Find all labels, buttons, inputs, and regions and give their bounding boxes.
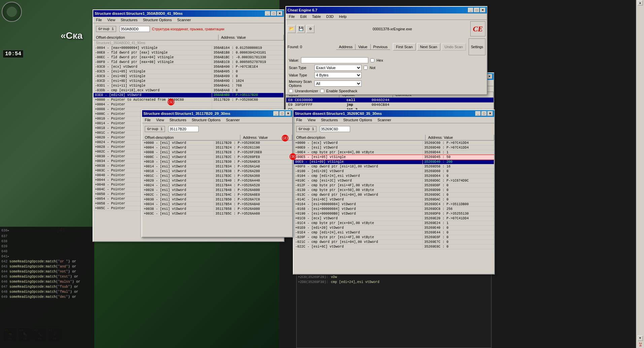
struct-win2-menu-structures[interactable]: Structures bbox=[168, 118, 188, 122]
struct3-row-17[interactable]: -01C4 - cmp byte ptr [ecx+04],00 vtByte3… bbox=[294, 221, 494, 226]
struct1-row-5[interactable]: -03C5 - [esi+05] vtSingle350AB495 : 0 bbox=[94, 69, 284, 74]
ce-main-minimize[interactable]: _ bbox=[468, 8, 473, 12]
struct1-row-3[interactable]: -00F0 - fld dword ptr [eax+08] vtSingle3… bbox=[94, 60, 284, 65]
struct3-row-1[interactable]: +00E0 - [esi] vtDword35269D40 : P->07C41… bbox=[294, 146, 494, 150]
struct1-row-1[interactable]: -00E8 - fld dword ptr [eax] vtSingle350A… bbox=[94, 51, 284, 55]
struct2-row-11[interactable]: +002C - [esi] vtDword35117B4C : P->3526A… bbox=[142, 193, 292, 197]
struct-win3-menu-view[interactable]: View bbox=[306, 118, 317, 122]
struct-win2-menu-file[interactable]: File bbox=[143, 118, 152, 122]
struct-win3-menu-file[interactable]: File bbox=[295, 118, 304, 122]
struct2-row-0[interactable]: +0000 - [esi] vtDword35117B20 : P->35269… bbox=[142, 141, 292, 146]
struct-win2-close[interactable]: ✕ bbox=[285, 111, 291, 116]
struct2-row-14[interactable]: +0038 - [esi] vtDword35117B58 : P->3526A… bbox=[142, 207, 292, 212]
struct-win2-menu-scanner[interactable]: Scanner bbox=[225, 118, 241, 122]
struct3-row-2[interactable]: -00E4 - cmp byte ptr [ecx+04],00 vtByte3… bbox=[294, 150, 494, 155]
struct-win1-close[interactable]: ✕ bbox=[277, 11, 282, 16]
struct-win2-menu-options[interactable]: Structure Options bbox=[191, 118, 222, 122]
struct-win3-minimize[interactable]: _ bbox=[475, 111, 481, 116]
struct1-row-6[interactable]: -03C9 - [esi+09] vtSingle350AB499 : 0 bbox=[94, 74, 284, 79]
struct3-row-4[interactable]: 00E9 - [esi+09] vtSingle35269D49 : 200 bbox=[294, 160, 494, 164]
struct2-row-8[interactable]: +0020 - [esi] vtDword35117B40 : P->3526A… bbox=[142, 179, 292, 183]
struct1-row-10[interactable]: 03E0 - [edi+20] vtDword350AB4B0 : P->351… bbox=[94, 93, 284, 98]
struct3-row-19[interactable]: -01E4 - cmp [edi+24],esi vtDword35269E44… bbox=[294, 230, 494, 235]
struct3-row-10[interactable]: -0130 - cmp byte ptr [ecx+50],00 vtByte3… bbox=[294, 188, 494, 193]
struct2-row-12[interactable]: +0030 - [esi] vtDword35117B50 : P->3526A… bbox=[142, 197, 292, 202]
struct-win1-menu-options[interactable]: Structure Options bbox=[142, 18, 173, 22]
struct3-row-11[interactable]: -013C - cmp dword ptr [esi+04],00 vtDwor… bbox=[294, 193, 494, 197]
struct3-row-6[interactable]: -0100 - [edi+20] vtDword35269D60 : 0 bbox=[294, 169, 494, 174]
settings-button[interactable]: Settings bbox=[469, 38, 485, 55]
struct3-row-7[interactable]: -0104 - cmp [edi+24],esi vtDword35269D64… bbox=[294, 174, 494, 179]
ce-menu-help[interactable]: Help bbox=[338, 14, 348, 19]
struct-win1-menu-structures[interactable]: Structures bbox=[119, 18, 139, 22]
struct-win1-address-input[interactable] bbox=[120, 26, 150, 32]
struct-win3-menu-structures[interactable]: Structures bbox=[319, 118, 339, 122]
struct2-row-10[interactable]: +0028 - [esi] vtDword35117B48 : P->3526A… bbox=[142, 188, 292, 193]
ce-menu-table[interactable]: Table bbox=[311, 14, 322, 19]
ce-memscan-select[interactable]: All bbox=[314, 81, 362, 87]
ce-valuetype-select[interactable]: 4 Bytes bbox=[314, 72, 362, 78]
main-scrollbar[interactable]: ▲ ▼ 24 bbox=[636, 0, 644, 348]
struct-win3-menu-options[interactable]: Structure Options bbox=[342, 118, 374, 122]
first-scan-button[interactable]: First Scan bbox=[393, 43, 416, 51]
struct3-row-20[interactable]: -020F - cmp byte ptr [esi+4F],00 vtByte3… bbox=[294, 235, 494, 240]
struct-win3-close[interactable]: ✕ bbox=[487, 111, 493, 116]
struct2-row-1[interactable]: +0004 - [esi] vtDword35117B24 : P->35261… bbox=[142, 146, 292, 150]
struct3-row-14[interactable]: -0168 - [esi+00000084] vtDword35269DC8 :… bbox=[294, 207, 494, 212]
next-scan-button[interactable]: Next Scan bbox=[417, 43, 440, 51]
struct3-row-12[interactable]: -014C - [esi+6C] vtDword35269DAC : 0 bbox=[294, 197, 494, 202]
struct3-row-8[interactable]: +010C - cmp [esi+2C] vtDword35269D6C : P… bbox=[294, 179, 494, 183]
struct-win2-minimize[interactable]: _ bbox=[273, 111, 279, 116]
ce-toolbar-open-icon[interactable]: 📂 bbox=[287, 25, 296, 33]
ce-speedhack-checkbox[interactable] bbox=[320, 89, 324, 93]
struct1-row-2[interactable]: -00EC - fld dword ptr [eax+04] vtSingle3… bbox=[94, 55, 284, 60]
struct-win3-maximize[interactable]: □ bbox=[481, 111, 487, 116]
ce-menu-file[interactable]: File bbox=[287, 14, 296, 19]
struct3-row-15[interactable]: +0190 - [esi+000000B0] vtDword35269DF0 :… bbox=[294, 212, 494, 216]
struct-win2-maximize[interactable]: □ bbox=[279, 111, 285, 116]
struct1-row-0[interactable]: -0094 - [eax+00000094] vtSingle350AB164 … bbox=[94, 46, 284, 51]
struct2-row-2[interactable]: +0008 - [esi] vtDword35117B28 : P->3526F… bbox=[142, 150, 292, 155]
scrollbar-down[interactable]: ▼ bbox=[638, 336, 643, 341]
struct-win2-table-area[interactable]: +0000 - [esi] vtDword35117B20 : P->35269… bbox=[142, 140, 292, 242]
struct1-row-4[interactable]: -03C0 - [ecx] vtDword350AB490 : P->07C3E… bbox=[94, 65, 284, 69]
struct3-row-21[interactable]: -021C - cmp dword ptr [esi+04],00 vtDwor… bbox=[294, 240, 494, 245]
struct3-row-16[interactable]: +01C0 - [ecx] vtDword35269E20 : P->07C41… bbox=[294, 216, 494, 221]
struct1-row-9[interactable]: -03Db - cmp [esi+18],ecx vtDword350AB4A8… bbox=[94, 88, 284, 93]
disasm-close[interactable]: ✕ bbox=[487, 74, 492, 79]
scrollbar-up[interactable]: ▲ bbox=[638, 0, 643, 5]
struct3-row-13[interactable]: +0164 - [esi+00000084] vtDword35269DC4 :… bbox=[294, 202, 494, 207]
disasm-row-1[interactable]: E8 CE030000 call 0046D244 bbox=[286, 98, 494, 102]
struct1-row-12[interactable]: +0004 - Pointer bbox=[94, 102, 284, 107]
struct2-row-6[interactable]: +0018 - [esi] vtDword35117B38 : P->3526A… bbox=[142, 169, 292, 174]
struct-win3-table-area[interactable]: +0000 - [ecx] vtDword35269C60 : P->07C41… bbox=[294, 140, 494, 282]
ce-menu-edit[interactable]: Edit bbox=[299, 14, 308, 19]
struct1-row-7[interactable]: -03CD - [esi+0D] vtSingle350AB49D : 1024 bbox=[94, 79, 284, 84]
struct2-row-13[interactable]: +0034 - [esi] vtDword35117B54 : P->3526A… bbox=[142, 202, 292, 207]
struct-win3-address-input[interactable] bbox=[320, 126, 350, 132]
struct3-row-5[interactable]: +00F8 - cmp dword ptr [esi+18],00 vtDwor… bbox=[294, 164, 494, 169]
struct3-row-22[interactable]: -022C - [esi+6C] vtDword35269E8C : 0 bbox=[294, 245, 494, 249]
struct3-row-3[interactable]: -00E5 - [esi+05] vtSingle35269D45 : 50 bbox=[294, 155, 494, 160]
struct2-row-9[interactable]: +0024 - [esi] vtDword35117B44 : P->3526A… bbox=[142, 183, 292, 188]
ce-hex-checkbox[interactable] bbox=[370, 58, 374, 62]
ce-toolbar-settings-icon[interactable]: ⚙ bbox=[306, 25, 314, 33]
struct-win1-maximize[interactable]: □ bbox=[271, 11, 276, 16]
ce-menu-d3d[interactable]: D3D bbox=[325, 14, 335, 19]
ce-main-close[interactable]: ✕ bbox=[480, 8, 485, 12]
struct-win1-menu-view[interactable]: View bbox=[106, 18, 117, 22]
undo-scan-button[interactable]: Undo Scan bbox=[442, 43, 466, 51]
struct-win2-address-input[interactable] bbox=[168, 126, 199, 132]
struct2-row-5[interactable]: +0014 - [esi] vtDword35117B34 : P->3526A… bbox=[142, 164, 292, 169]
ce-main-maximize[interactable]: □ bbox=[474, 8, 479, 12]
ce-unrandomizer-checkbox[interactable] bbox=[289, 89, 293, 93]
struct1-row-11[interactable]: +0000 - Pointer to Autocreated from 3526… bbox=[94, 98, 284, 102]
ce-not-checkbox[interactable] bbox=[364, 66, 368, 70]
ce-value-input[interactable] bbox=[301, 57, 368, 63]
struct-win2-menu-view[interactable]: View bbox=[155, 118, 166, 122]
struct-win3-menu-scanner[interactable]: Scanner bbox=[376, 118, 393, 122]
disasm-row-2[interactable]: E9 39FDFFFF jmp 0046CB84 bbox=[286, 102, 494, 107]
struct2-row-7[interactable]: +001C - [esi] vtDword35117B3C : P->3526A… bbox=[142, 174, 292, 179]
struct2-row-3[interactable]: +000C - [esi] vtDword35117B2C : P->35269… bbox=[142, 155, 292, 160]
struct-win1-menu-file[interactable]: File bbox=[95, 18, 103, 22]
